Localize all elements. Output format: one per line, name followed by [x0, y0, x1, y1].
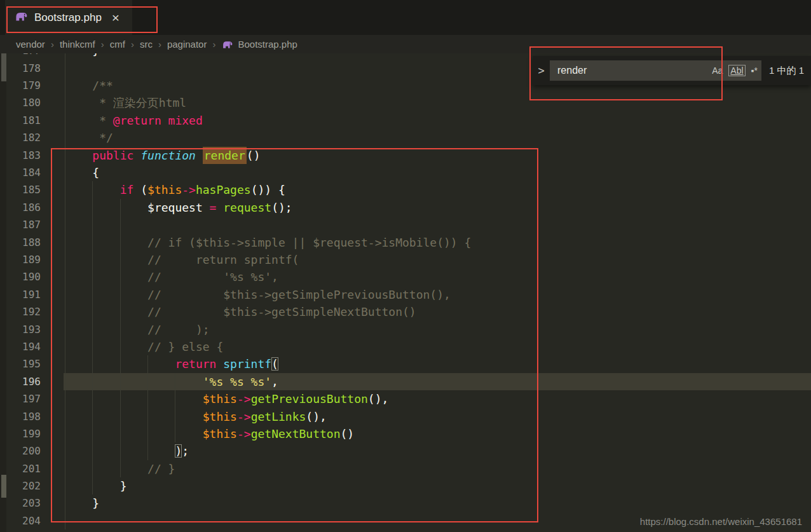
code-text[interactable]: { — [65, 164, 99, 181]
code-text[interactable]: // $this->getSimpleNextButton() — [65, 303, 416, 320]
code-text[interactable]: * @return mixed — [65, 112, 203, 129]
code-text[interactable]: */ — [65, 129, 113, 146]
code-line-192[interactable]: 192 // $this->getSimpleNextButton() — [0, 303, 811, 320]
tab-bootstrap-php[interactable]: Bootstrap.php × — [5, 0, 132, 35]
code-line-197[interactable]: 197 $this->getPreviousButton(), — [0, 390, 811, 407]
line-number[interactable]: 199 — [0, 425, 41, 442]
code-text[interactable]: } — [65, 53, 99, 60]
code-line-195[interactable]: 195 return sprintf( — [0, 355, 811, 372]
line-number[interactable]: 197 — [0, 390, 41, 407]
line-number[interactable]: 192 — [0, 303, 41, 320]
code-line-190[interactable]: 190 // '%s %s', — [0, 268, 811, 285]
line-number[interactable]: 202 — [0, 477, 41, 494]
regex-icon[interactable]: ▪* — [751, 65, 758, 76]
code-line-200[interactable]: 200 ); — [0, 442, 811, 460]
breadcrumb-item-paginator[interactable]: paginator — [167, 39, 207, 50]
code-line-194[interactable]: 194 // } else { — [0, 338, 811, 355]
line-number[interactable]: 183 — [0, 147, 41, 164]
line-number[interactable]: 177 — [0, 53, 41, 60]
code-line-189[interactable]: 189 // return sprintf( — [0, 251, 811, 268]
code-line-201[interactable]: 201 // } — [0, 460, 811, 477]
code-line-180[interactable]: 180 * 渲染分页html — [0, 94, 811, 111]
line-number[interactable]: 195 — [0, 355, 41, 372]
code-line-193[interactable]: 193 // ); — [0, 321, 811, 338]
code-text[interactable]: } — [65, 477, 127, 494]
line-number[interactable]: 194 — [0, 338, 41, 355]
code-line-184[interactable]: 184 { — [0, 164, 811, 181]
breadcrumb-item-thinkcmf[interactable]: thinkcmf — [60, 39, 95, 50]
code-text[interactable]: $this->getNextButton() — [65, 425, 354, 442]
breadcrumb-item-src[interactable]: src — [140, 39, 153, 50]
line-number[interactable]: 187 — [0, 216, 41, 233]
find-input-box: Aa Abl ▪* — [550, 60, 761, 81]
code-text[interactable]: // $this->getSimplePreviousButton(), — [65, 286, 451, 303]
code-text[interactable]: '%s %s %s', — [65, 373, 278, 390]
code-text[interactable]: $request = request(); — [65, 199, 292, 216]
code-text[interactable]: return sprintf( — [65, 355, 278, 372]
code-line-198[interactable]: 198 $this->getLinks(), — [0, 408, 811, 425]
breadcrumb-item-vendor[interactable]: vendor — [16, 39, 45, 50]
code-text[interactable]: // } — [65, 460, 175, 477]
find-expand-chevron-icon[interactable]: > — [533, 64, 550, 77]
whole-word-icon[interactable]: Abl — [728, 65, 745, 76]
line-number[interactable]: 200 — [0, 442, 41, 460]
code-text[interactable]: $this->getLinks(), — [65, 408, 327, 425]
line-number[interactable]: 193 — [0, 321, 41, 338]
line-number[interactable]: 182 — [0, 129, 41, 146]
code-text[interactable]: // return sprintf( — [65, 251, 299, 268]
breadcrumb-item-bootstrap-php[interactable]: Bootstrap.php — [238, 39, 297, 50]
line-number[interactable]: 196 — [0, 373, 41, 390]
breadcrumb-item-cmf[interactable]: cmf — [110, 39, 125, 50]
breadcrumb-separator: › — [212, 39, 215, 50]
line-number[interactable]: 203 — [0, 494, 41, 512]
code-line-185[interactable]: 185 if ($this->hasPages()) { — [0, 181, 811, 198]
line-number[interactable]: 191 — [0, 286, 41, 303]
line-number[interactable]: 185 — [0, 181, 41, 198]
line-number[interactable]: 178 — [0, 60, 41, 77]
tab-bar: Bootstrap.php × — [0, 0, 811, 35]
code-text[interactable]: if ($this->hasPages()) { — [65, 181, 285, 198]
code-line-196[interactable]: 196 '%s %s %s', — [0, 373, 811, 390]
code-lines-container: 177 }178179 /**180 * 渲染分页html181 * @retu… — [0, 53, 811, 529]
code-line-183[interactable]: 183 public function render() — [0, 147, 811, 164]
line-number[interactable]: 184 — [0, 164, 41, 181]
line-number[interactable]: 188 — [0, 234, 41, 251]
line-number[interactable]: 201 — [0, 460, 41, 477]
code-line-199[interactable]: 199 $this->getNextButton() — [0, 425, 811, 442]
code-text[interactable]: public function render() — [65, 147, 260, 164]
code-text[interactable]: } — [65, 494, 99, 512]
breadcrumb-separator: › — [131, 39, 134, 50]
line-number[interactable]: 179 — [0, 77, 41, 94]
code-line-191[interactable]: 191 // $this->getSimplePreviousButton(), — [0, 286, 811, 303]
code-text[interactable]: * 渲染分页html — [65, 94, 186, 111]
code-text[interactable]: // if ($this->simple || $request->isMobi… — [65, 234, 471, 251]
find-input[interactable] — [556, 64, 706, 77]
code-text[interactable]: // '%s %s', — [65, 268, 278, 285]
line-number[interactable]: 190 — [0, 268, 41, 285]
line-number[interactable]: 180 — [0, 94, 41, 111]
code-line-182[interactable]: 182 */ — [0, 129, 811, 146]
close-icon[interactable]: × — [112, 11, 119, 24]
line-number[interactable]: 198 — [0, 408, 41, 425]
code-text[interactable]: // } else { — [65, 338, 223, 355]
breadcrumb-separator: › — [101, 39, 104, 50]
code-text[interactable]: /** — [65, 77, 113, 94]
code-editor[interactable]: 177 }178179 /**180 * 渲染分页html181 * @retu… — [0, 53, 811, 532]
code-text[interactable]: // ); — [65, 321, 210, 338]
line-number[interactable]: 186 — [0, 199, 41, 216]
code-line-188[interactable]: 188 // if ($this->simple || $request->is… — [0, 234, 811, 251]
code-line-203[interactable]: 203 } — [0, 494, 811, 512]
line-number[interactable]: 181 — [0, 112, 41, 129]
code-line-202[interactable]: 202 } — [0, 477, 811, 494]
line-number[interactable]: 204 — [0, 512, 41, 529]
code-line-186[interactable]: 186 $request = request(); — [0, 199, 811, 216]
php-elephant-icon — [14, 11, 28, 24]
bracket-match: ) — [175, 444, 182, 458]
code-text[interactable]: $this->getPreviousButton(), — [65, 390, 388, 407]
find-match-highlight: render — [203, 147, 247, 164]
code-line-181[interactable]: 181 * @return mixed — [0, 112, 811, 129]
match-case-icon[interactable]: Aa — [712, 65, 723, 76]
line-number[interactable]: 189 — [0, 251, 41, 268]
code-line-187[interactable]: 187 — [0, 216, 811, 233]
code-text[interactable]: ); — [65, 442, 189, 460]
